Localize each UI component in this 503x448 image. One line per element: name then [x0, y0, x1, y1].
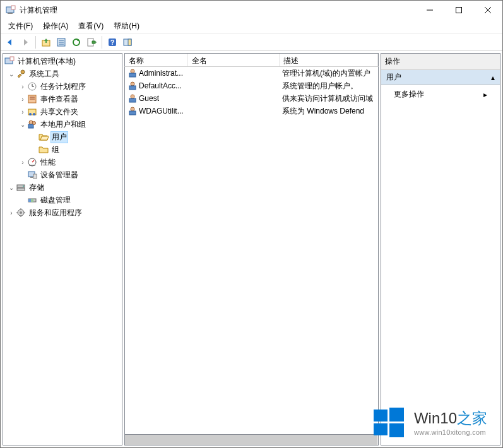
tree-label: 事件查看器 [39, 93, 80, 105]
clock-icon [27, 81, 37, 91]
svg-rect-54 [389, 408, 404, 421]
users-groups-icon [27, 119, 37, 129]
tree-label: 存储 [28, 182, 45, 194]
forward-button[interactable] [18, 35, 32, 49]
tree-storage[interactable]: ⌄ 存储 [4, 181, 121, 194]
svg-rect-42 [31, 199, 33, 202]
tree-scheduler[interactable]: › 任务计划程序 [4, 80, 121, 93]
tree-perf[interactable]: › 性能 [4, 156, 121, 168]
expand-icon[interactable]: › [18, 96, 27, 103]
disk-mgr-icon [27, 195, 37, 205]
menu-action[interactable]: 操作(A) [38, 20, 73, 33]
list-row[interactable]: DefaultAcc...系统管理的用户帐户。 [125, 80, 378, 92]
up-button[interactable] [39, 35, 53, 49]
minimize-button[interactable] [415, 1, 444, 20]
collapse-icon[interactable]: ⌄ [18, 121, 27, 128]
export-button[interactable] [85, 35, 98, 49]
svg-point-39 [23, 186, 24, 187]
svg-point-32 [33, 122, 36, 125]
triangle-up-icon: ▴ [491, 73, 495, 82]
menu-help[interactable]: 帮助(H) [109, 20, 145, 33]
expand-icon[interactable]: › [18, 159, 27, 166]
svg-rect-4 [456, 8, 462, 13]
expand-icon[interactable]: › [18, 83, 27, 90]
tree-devmgr[interactable]: 设备管理器 [4, 168, 121, 181]
properties-button[interactable] [54, 35, 68, 49]
tree-groups[interactable]: 组 [4, 143, 121, 156]
maximize-button[interactable] [444, 1, 473, 20]
actions-header: 操作 [381, 54, 500, 70]
tree-shared[interactable]: › 共享文件夹 [4, 105, 121, 118]
toolbar: ? [1, 33, 502, 51]
svg-rect-56 [389, 423, 404, 437]
tree-label: 任务计划程序 [39, 81, 87, 93]
cell-fullname [188, 98, 280, 99]
close-button[interactable] [473, 1, 502, 20]
menu-file[interactable]: 文件(F) [3, 20, 38, 33]
menu-view[interactable]: 查看(V) [73, 20, 109, 33]
actions-group[interactable]: 用户 ▴ [381, 70, 500, 85]
tree-label: 计算机管理(本地) [16, 56, 77, 68]
folder-open-icon [38, 132, 49, 142]
svg-rect-1 [8, 13, 13, 14]
cell-name: WDAGUtilit... [139, 107, 184, 115]
help-button[interactable]: ? [105, 35, 119, 49]
watermark-brand: Win10之家 [414, 408, 487, 428]
window-title: 计算机管理 [20, 5, 415, 16]
cell-name: Administrat... [139, 69, 183, 78]
tree-eventviewer[interactable]: › 事件查看器 [4, 93, 121, 105]
tree-services[interactable]: › 服务和应用程序 [4, 206, 121, 219]
watermark: Win10之家 www.win10xitong.com [372, 406, 487, 439]
tree-systools[interactable]: ⌄ 系统工具 [4, 68, 121, 80]
cell-fullname [188, 73, 280, 74]
tree-root[interactable]: 计算机管理(本地) [4, 55, 121, 68]
computer-mgmt-icon [4, 56, 15, 66]
tree-label: 用户 [50, 131, 68, 143]
tree-label: 磁盘管理 [39, 194, 72, 206]
titlebar: 计算机管理 [1, 1, 502, 20]
back-button[interactable] [3, 35, 17, 49]
services-icon [16, 208, 26, 218]
expand-icon[interactable]: › [7, 209, 16, 216]
svg-rect-50 [129, 98, 136, 102]
list-row[interactable]: Guest供来宾访问计算机或访问域 [125, 92, 378, 105]
expand-icon[interactable]: › [18, 109, 27, 115]
show-hide-pane-button[interactable] [121, 35, 134, 49]
cell-desc: 供来宾访问计算机或访问域 [280, 93, 378, 105]
list-row[interactable]: Administrat...管理计算机(域)的内置帐户 [125, 67, 378, 80]
svg-point-28 [29, 113, 32, 115]
col-desc[interactable]: 描述 [280, 54, 378, 66]
col-name[interactable]: 名称 [125, 54, 188, 66]
tree-diskmgr[interactable]: 磁盘管理 [4, 194, 121, 206]
tree-pane[interactable]: 计算机管理(本地) ⌄ 系统工具 › 任务计划程序 › 事件查看器 [3, 53, 122, 445]
tree-label: 系统工具 [28, 68, 61, 80]
actions-group-label: 用户 [386, 72, 401, 83]
svg-point-47 [131, 82, 134, 86]
svg-point-30 [29, 121, 33, 124]
collapse-icon[interactable]: ⌄ [7, 71, 16, 78]
svg-rect-35 [30, 177, 33, 178]
svg-rect-19 [10, 57, 14, 61]
toolbar-sep [102, 36, 102, 49]
svg-rect-48 [129, 86, 136, 90]
tree-users[interactable]: 用户 [4, 131, 121, 143]
cell-desc: 系统管理的用户帐户。 [280, 80, 378, 92]
user-icon [127, 81, 138, 91]
toolbar-sep [35, 36, 36, 49]
actions-more[interactable]: 更多操作 ▸ [381, 85, 500, 103]
svg-point-20 [21, 70, 25, 74]
collapse-icon[interactable]: ⌄ [7, 184, 16, 191]
list-row[interactable]: WDAGUtilit...系统为 Windows Defend [125, 105, 378, 117]
svg-point-51 [131, 107, 134, 111]
tree-localusers[interactable]: ⌄ 本地用户和组 [4, 118, 121, 131]
event-icon [27, 94, 37, 104]
folder-icon [38, 144, 49, 155]
shared-folder-icon [27, 107, 37, 117]
refresh-button[interactable] [69, 35, 83, 49]
list-body[interactable]: Administrat...管理计算机(域)的内置帐户DefaultAcc...… [124, 67, 379, 435]
scrollbar-thumb[interactable] [125, 435, 377, 445]
col-fullname[interactable]: 全名 [188, 54, 280, 66]
horizontal-scrollbar[interactable] [124, 435, 379, 445]
tree-label: 组 [50, 144, 61, 156]
cell-desc: 系统为 Windows Defend [280, 105, 378, 117]
